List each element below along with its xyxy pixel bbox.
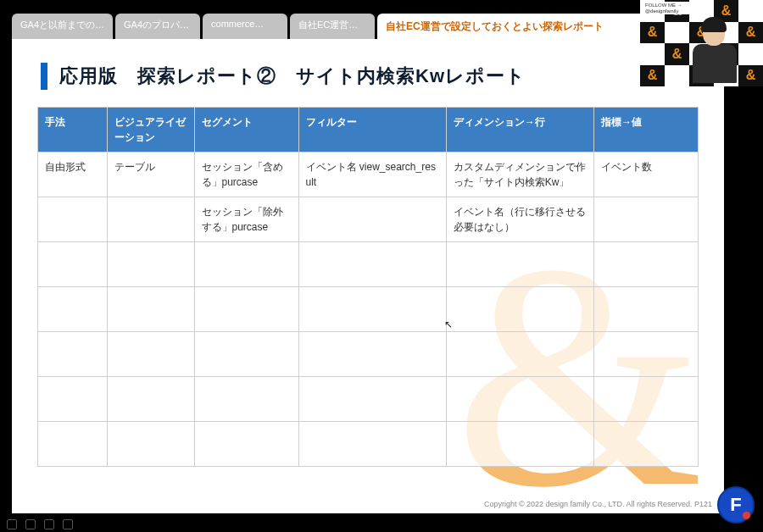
cell <box>594 422 699 467</box>
cell <box>108 377 195 422</box>
cell <box>446 242 593 287</box>
cell <box>298 422 446 467</box>
tab-ga4-property[interactable]: GA4のプロパ… <box>115 14 200 39</box>
table-row: セッション「除外する」purcase イベント名（行に移行させる必要はなし） <box>38 197 699 242</box>
table-row <box>38 422 699 467</box>
cell <box>594 287 699 332</box>
tab-label: 自社EC運営… <box>298 19 358 30</box>
cell <box>446 422 593 467</box>
col-segment: セグメント <box>194 108 298 152</box>
tab-ec-operation[interactable]: 自社EC運営… <box>290 14 375 39</box>
cell <box>38 287 108 332</box>
cell <box>446 287 593 332</box>
cell: セッション「除外する」purcase <box>194 197 298 242</box>
slide-heading: 応用版 探索レポート② サイト内検索Kwレポート <box>41 63 526 90</box>
cell <box>194 332 298 377</box>
cell: イベント名 view_search_result <box>298 152 446 197</box>
cell <box>108 332 195 377</box>
control-button[interactable] <box>7 519 17 529</box>
cell <box>194 422 298 467</box>
control-button[interactable] <box>25 519 36 529</box>
cell: カスタムディメンションで作った「サイト内検索Kw」 <box>446 152 593 197</box>
control-button[interactable] <box>63 519 73 529</box>
badge-notification-dot-icon <box>743 512 750 519</box>
table-header-row: 手法 ビジュアライゼーション セグメント フィルター ディメンション→行 指標→… <box>38 108 699 152</box>
webcam-panel: && &&& && &&& FOLLOW ME → @designfamily <box>640 0 763 86</box>
cell: 自由形式 <box>38 152 108 197</box>
presenter-avatar <box>689 12 740 83</box>
slide-body: & 応用版 探索レポート② サイト内検索Kwレポート 手法 ビジュアライゼーショ… <box>12 39 724 513</box>
cell: イベント名（行に移行させる必要はなし） <box>446 197 593 242</box>
cell <box>108 287 195 332</box>
tab-label: commerce… <box>211 19 264 29</box>
cell <box>594 332 699 377</box>
cell: イベント数 <box>594 152 699 197</box>
tab-label: 自社EC運営で設定しておくとよい探索レポート <box>386 20 604 32</box>
tab-label: GA4のプロパ… <box>124 19 189 30</box>
col-filter: フィルター <box>298 108 446 152</box>
cell <box>108 197 195 242</box>
cell: セッション「含める」purcase <box>194 152 298 197</box>
tab-label: GA4と以前までの… <box>20 19 104 30</box>
cell <box>194 287 298 332</box>
col-dimension: ディメンション→行 <box>446 108 593 152</box>
player-controls <box>0 517 763 532</box>
cell <box>298 332 446 377</box>
badge-letter: F <box>730 494 741 516</box>
mouse-cursor-icon: ↖ <box>444 319 453 330</box>
cell <box>298 287 446 332</box>
cell <box>38 332 108 377</box>
ferret-badge-icon[interactable]: F <box>717 486 755 524</box>
cell <box>38 197 108 242</box>
cell <box>194 242 298 287</box>
heading-accent-bar <box>41 63 47 90</box>
cell <box>194 377 298 422</box>
cell <box>38 422 108 467</box>
cell <box>38 377 108 422</box>
heading-text: 応用版 探索レポート② サイト内検索Kwレポート <box>59 64 526 89</box>
cell <box>446 332 593 377</box>
table-row <box>38 287 699 332</box>
table-row <box>38 332 699 377</box>
cell <box>298 377 446 422</box>
table-row <box>38 242 699 287</box>
cell <box>38 242 108 287</box>
cell <box>298 242 446 287</box>
cell <box>594 242 699 287</box>
table-row <box>38 377 699 422</box>
cell <box>594 377 699 422</box>
tab-commerce[interactable]: commerce… <box>203 14 287 39</box>
control-button[interactable] <box>44 519 54 529</box>
cell <box>108 242 195 287</box>
cell <box>446 377 593 422</box>
col-method: 手法 <box>38 108 108 152</box>
tab-ga4-compare[interactable]: GA4と以前までの… <box>12 14 113 39</box>
tab-bar: GA4と以前までの… GA4のプロパ… commerce… 自社EC運営… 自社… <box>12 14 724 39</box>
report-settings-table: 手法 ビジュアライゼーション セグメント フィルター ディメンション→行 指標→… <box>37 107 699 467</box>
copyright-footer: Copyright © 2022 design family Co., LTD.… <box>484 500 712 508</box>
cell <box>108 422 195 467</box>
col-visualization: ビジュアライゼーション <box>108 108 195 152</box>
cell: テーブル <box>108 152 195 197</box>
table-row: 自由形式 テーブル セッション「含める」purcase イベント名 view_s… <box>38 152 699 197</box>
col-metric: 指標→値 <box>594 108 699 152</box>
cell <box>594 197 699 242</box>
cell <box>298 197 446 242</box>
